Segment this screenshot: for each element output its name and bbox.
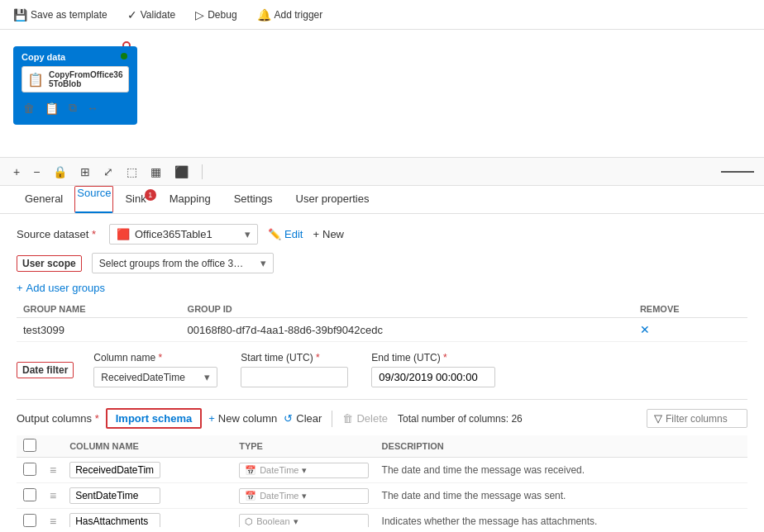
- date-filter-label: Date filter: [17, 362, 74, 378]
- more-button[interactable]: ⬛: [171, 164, 192, 180]
- col-type-header: TYPE: [232, 435, 375, 458]
- row-desc-cell: The date and time the message was receiv…: [375, 458, 747, 483]
- user-scope-row: User scope Select groups from the office…: [17, 253, 747, 273]
- trigger-icon: 🔔: [257, 8, 271, 21]
- row-name-cell: [63, 483, 232, 509]
- col-name-header: COLUMN NAME: [63, 435, 232, 458]
- layout-button[interactable]: ▦: [147, 164, 165, 180]
- add-user-groups-button[interactable]: + Add user groups: [17, 282, 105, 294]
- tab-source[interactable]: Source: [74, 186, 113, 213]
- new-column-button[interactable]: + New column: [208, 412, 277, 425]
- type-chevron-icon: ▾: [302, 465, 307, 476]
- filter-columns-input[interactable]: [666, 413, 740, 425]
- type-icon: ⬡: [245, 516, 253, 527]
- date-filter-row: Date filter Column name * ReceivedDateTi…: [17, 352, 747, 387]
- add-trigger-button[interactable]: 🔔 Add trigger: [254, 7, 327, 23]
- clone-activity-button[interactable]: ⧉: [67, 99, 79, 116]
- new-col-icon: +: [208, 412, 215, 425]
- zoom-in-button[interactable]: +: [10, 164, 23, 180]
- tab-sink[interactable]: Sink 1: [113, 186, 157, 213]
- row-desc-cell: Indicates whether the message has attach…: [375, 509, 747, 528]
- table-row: test3099 00168f80-df7d-4aa1-88d6-39bf904…: [17, 318, 747, 342]
- move-activity-button[interactable]: ↔: [85, 99, 100, 116]
- output-columns-label: Output columns *: [17, 412, 99, 425]
- toolbar-separator: [202, 164, 203, 179]
- row-checkbox[interactable]: [23, 463, 36, 476]
- remove-row-button[interactable]: ✕: [640, 323, 650, 336]
- select-button[interactable]: ⬚: [123, 164, 141, 180]
- table-row: ≡ ⬡ Boolean ▾ Indicates whether the mess…: [17, 509, 747, 528]
- description-text: Indicates whether the message has attach…: [382, 515, 598, 527]
- end-time-input[interactable]: [371, 367, 495, 387]
- sink-badge: 1: [145, 189, 156, 201]
- group-name-header: GROUP NAME: [17, 301, 181, 318]
- activity-icon: 📋: [27, 72, 44, 88]
- debug-icon: ▷: [195, 8, 204, 21]
- new-button[interactable]: + New: [313, 228, 344, 240]
- row-checkbox-cell[interactable]: [17, 509, 43, 528]
- output-columns-header: Output columns * Import schema + New col…: [17, 399, 747, 429]
- type-chevron-icon: ▾: [302, 491, 307, 501]
- debug-button[interactable]: ▷ Debug: [192, 7, 240, 23]
- type-dropdown[interactable]: 📅 DateTime ▾: [239, 463, 368, 478]
- validate-button[interactable]: ✓ Validate: [124, 7, 179, 23]
- table-row: ≡ 📅 DateTime ▾ The date and time the mes…: [17, 483, 747, 509]
- tab-settings[interactable]: Settings: [222, 186, 284, 213]
- row-type-cell: ⬡ Boolean ▾: [232, 509, 375, 528]
- column-name-field[interactable]: [69, 513, 160, 527]
- drag-handle-icon[interactable]: ≡: [50, 515, 56, 527]
- office365-icon: 🟥: [117, 228, 130, 240]
- mini-toolbar: + − 🔒 ⊞ ⤢ ⬚ ▦ ⬛: [0, 158, 764, 186]
- type-dropdown[interactable]: ⬡ Boolean ▾: [239, 514, 368, 528]
- scope-chevron-icon: ▾: [260, 257, 266, 269]
- plus-user-icon: +: [17, 282, 23, 294]
- select-all-checkbox[interactable]: [23, 439, 36, 452]
- row-drag-cell[interactable]: ≡: [43, 458, 63, 483]
- group-id-header: GROUP ID: [181, 301, 633, 318]
- row-name-cell: [63, 509, 232, 528]
- row-checkbox[interactable]: [23, 488, 36, 501]
- lock-button[interactable]: 🔒: [50, 164, 70, 180]
- row-drag-cell[interactable]: ≡: [43, 483, 63, 509]
- row-checkbox[interactable]: [23, 514, 36, 527]
- user-scope-label: User scope: [17, 255, 82, 272]
- column-name-dropdown[interactable]: ReceivedDateTime ▾: [93, 367, 217, 387]
- row-checkbox-cell[interactable]: [17, 458, 43, 483]
- row-name-cell: [63, 458, 232, 483]
- import-schema-button[interactable]: Import schema: [106, 408, 202, 429]
- canvas-area: Copy data 📋 CopyFromOffice365ToBlob 🗑 📋 …: [0, 30, 764, 158]
- tab-general[interactable]: General: [13, 186, 74, 213]
- start-time-input[interactable]: [241, 367, 348, 387]
- copy-activity-button[interactable]: 📋: [43, 99, 60, 116]
- save-template-button[interactable]: 💾 Save as template: [10, 7, 111, 23]
- column-name-field[interactable]: [69, 487, 160, 504]
- type-label: DateTime: [260, 465, 298, 475]
- drag-handle-icon[interactable]: ≡: [50, 463, 56, 477]
- delete-activity-button[interactable]: 🗑: [21, 99, 36, 116]
- fit-button[interactable]: ⤢: [100, 164, 117, 180]
- row-type-cell: 📅 DateTime ▾: [232, 483, 375, 509]
- delete-icon: 🗑: [342, 412, 353, 425]
- tab-mapping[interactable]: Mapping: [158, 186, 222, 213]
- edit-button[interactable]: ✏️ Edit: [268, 228, 303, 240]
- type-label: Boolean: [256, 516, 289, 526]
- activity-block[interactable]: 📋 CopyFromOffice365ToBlob: [21, 66, 129, 93]
- plus-icon: +: [313, 228, 319, 240]
- row-drag-cell[interactable]: ≡: [43, 509, 63, 528]
- drag-handle-icon[interactable]: ≡: [50, 489, 56, 502]
- zoom-out-button[interactable]: −: [30, 164, 43, 180]
- grid-button[interactable]: ⊞: [77, 164, 93, 180]
- dataset-dropdown[interactable]: 🟥 Office365Table1 ▾: [109, 224, 258, 245]
- row-checkbox-cell[interactable]: [17, 483, 43, 509]
- type-dropdown[interactable]: 📅 DateTime ▾: [239, 488, 368, 504]
- filter-input-container[interactable]: ▽: [647, 409, 747, 428]
- top-toolbar: 💾 Save as template ✓ Validate ▷ Debug 🔔 …: [0, 0, 764, 30]
- source-dataset-row: Source dataset * 🟥 Office365Table1 ▾ ✏️ …: [17, 224, 747, 245]
- group-name-cell: test3099: [17, 318, 181, 342]
- copy-data-block[interactable]: Copy data 📋 CopyFromOffice365ToBlob 🗑 📋 …: [13, 46, 137, 125]
- main-content: Source dataset * 🟥 Office365Table1 ▾ ✏️ …: [0, 214, 764, 527]
- scope-dropdown[interactable]: Select groups from the office 365 ten...…: [92, 253, 274, 273]
- clear-button[interactable]: ↺ Clear: [284, 412, 322, 425]
- column-name-field[interactable]: [69, 462, 160, 478]
- tab-user-properties[interactable]: User properties: [284, 186, 381, 213]
